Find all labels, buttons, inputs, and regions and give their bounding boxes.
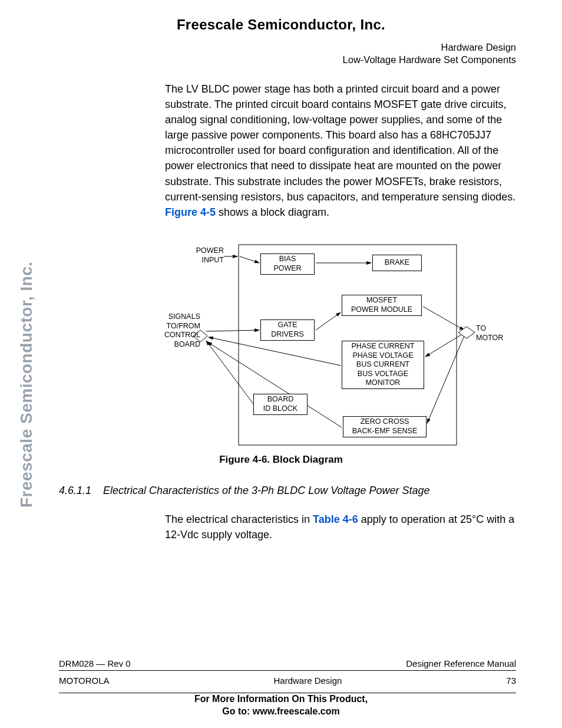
footer-page-number: 73 bbox=[506, 676, 516, 686]
label-power-input: POWERINPUT bbox=[183, 246, 224, 265]
header-line-1: Hardware Design bbox=[343, 41, 516, 54]
svg-line-6 bbox=[423, 307, 464, 330]
svg-line-4 bbox=[206, 330, 259, 331]
header-right: Hardware Design Low-Voltage Hardware Set… bbox=[343, 41, 516, 67]
label-signals: SIGNALSTO/FROMCONTROLBOARD bbox=[156, 312, 200, 350]
page-title: Freescale Semiconductor, Inc. bbox=[0, 17, 562, 33]
box-brake: BRAKE bbox=[372, 255, 422, 271]
footer-more-info: For More Information On This Product, Go… bbox=[0, 693, 562, 718]
footer-row-2: MOTOROLA Hardware Design 73 bbox=[59, 676, 516, 686]
section-number: 4.6.1.1 bbox=[59, 485, 100, 497]
section-heading: 4.6.1.1 Electrical Characteristics of th… bbox=[59, 485, 430, 497]
footer-chapter: Hardware Design bbox=[110, 676, 507, 686]
paragraph-1-post: shows a block diagram. bbox=[216, 206, 329, 218]
svg-line-11 bbox=[427, 336, 464, 423]
footer-more-line-1: For More Information On This Product, bbox=[0, 693, 562, 706]
header-line-2: Low-Voltage Hardware Set Components bbox=[343, 54, 516, 66]
paragraph-2-pre: The electrical characteristics in bbox=[165, 513, 313, 525]
box-gate-drivers: GATEDRIVERS bbox=[260, 319, 315, 341]
footer-doc-type: Designer Reference Manual bbox=[406, 658, 516, 668]
svg-line-2 bbox=[240, 256, 259, 263]
footer-rule-1 bbox=[59, 670, 516, 671]
box-zero-cross: ZERO CROSSBACK-EMF SENSE bbox=[343, 416, 427, 437]
box-mosfet-module: MOSFETPOWER MODULE bbox=[342, 295, 422, 316]
svg-line-7 bbox=[209, 337, 340, 365]
box-bias-power: BIASPOWER bbox=[260, 253, 315, 275]
footer-vendor: MOTOROLA bbox=[59, 676, 110, 686]
diagram-svg bbox=[165, 242, 513, 448]
label-to-motor: TOMOTOR bbox=[476, 324, 511, 342]
paragraph-1-text: The LV BLDC power stage has both a print… bbox=[165, 83, 515, 203]
paragraph-2: The electrical characteristics in Table … bbox=[165, 512, 516, 542]
section-title: Electrical Characteristics of the 3-Ph B… bbox=[103, 485, 430, 496]
paragraph-1: The LV BLDC power stage has both a print… bbox=[165, 81, 516, 220]
box-sense: PHASE CURRENTPHASE VOLTAGEBUS CURRENTBUS… bbox=[342, 341, 424, 389]
block-diagram: POWERINPUT SIGNALSTO/FROMCONTROLBOARD TO… bbox=[165, 242, 513, 448]
sidebar-brand-text: Freescale Semiconductor, Inc. bbox=[17, 230, 36, 508]
svg-line-9 bbox=[206, 341, 253, 404]
footer-row-1: DRM028 — Rev 0 Designer Reference Manual bbox=[59, 658, 516, 668]
figure-caption: Figure 4-6. Block Diagram bbox=[0, 454, 562, 466]
svg-line-8 bbox=[425, 334, 463, 357]
footer-more-line-2: Go to: www.freescale.com bbox=[0, 706, 562, 718]
svg-line-5 bbox=[316, 312, 340, 330]
footer-doc-id: DRM028 — Rev 0 bbox=[59, 658, 131, 668]
table-4-6-link[interactable]: Table 4-6 bbox=[313, 513, 358, 525]
figure-4-5-link[interactable]: Figure 4-5 bbox=[165, 206, 216, 218]
box-board-id: BOARDID BLOCK bbox=[253, 394, 308, 415]
sidebar-brand: Freescale Semiconductor, Inc. bbox=[6, 230, 29, 513]
